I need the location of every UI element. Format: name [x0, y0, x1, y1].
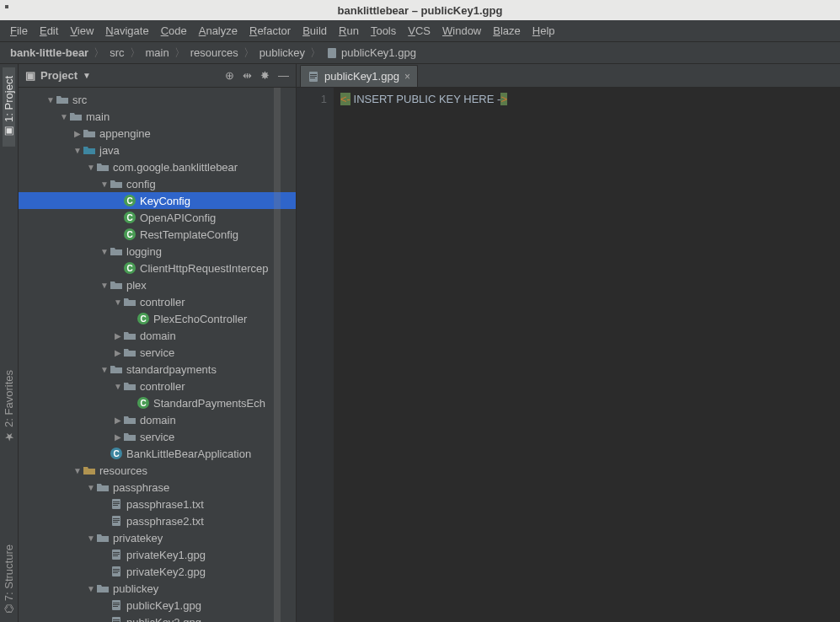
- tool-window-project-tab[interactable]: ▣ 1: Project: [3, 67, 15, 147]
- expand-arrow-icon[interactable]: ▼: [99, 247, 110, 256]
- folder-icon: [96, 160, 110, 174]
- menu-blaze[interactable]: Blaze: [488, 23, 526, 39]
- tree-item-privatekey[interactable]: ▼privatekey: [19, 529, 296, 546]
- tree-item-standardpaymentsech[interactable]: CStandardPaymentsEch: [19, 394, 296, 411]
- collapse-all-icon[interactable]: ⇹: [243, 69, 252, 82]
- dropdown-icon[interactable]: ▼: [83, 71, 91, 80]
- code-content[interactable]: <- INSERT PUBLIC KEY HERE ->: [334, 88, 840, 622]
- folder-icon: [123, 295, 136, 308]
- tree-item-resttemplateconfig[interactable]: CRestTemplateConfig: [19, 226, 296, 243]
- tool-window-favorites-tab[interactable]: ★ 2: Favorites: [3, 362, 15, 452]
- tree-item-passphrase[interactable]: ▼passphrase: [19, 479, 296, 496]
- menu-file[interactable]: File: [5, 23, 33, 39]
- breadcrumb-separator: 〉: [308, 46, 323, 61]
- tree-item-domain[interactable]: ▶domain: [19, 327, 296, 344]
- menu-edit[interactable]: Edit: [35, 23, 63, 39]
- line-number: 1: [297, 93, 327, 105]
- menu-navigate[interactable]: Navigate: [100, 23, 153, 39]
- sidebar-scrollbar[interactable]: [274, 88, 281, 622]
- expand-arrow-icon[interactable]: ▼: [72, 146, 83, 155]
- menu-help[interactable]: Help: [527, 23, 560, 39]
- expand-arrow-icon[interactable]: ▼: [86, 483, 96, 492]
- menu-code[interactable]: Code: [156, 23, 192, 39]
- tree-item-src[interactable]: ▼src: [19, 91, 296, 108]
- breadcrumb-publickey[interactable]: publickey: [256, 46, 308, 59]
- star-icon: ★: [3, 431, 15, 443]
- tool-window-structure-tab[interactable]: ⌬ 7: Structure: [3, 536, 15, 622]
- tree-item-banklittlebearapplication[interactable]: CBankLittleBearApplication: [19, 445, 296, 462]
- tree-item-resources[interactable]: ▼resources: [19, 462, 296, 479]
- close-icon[interactable]: ×: [404, 71, 410, 83]
- tree-item-main[interactable]: ▼main: [19, 108, 296, 125]
- tree-item-service[interactable]: ▶service: [19, 344, 296, 361]
- breadcrumbs: bank-little-bear〉src〉main〉resources〉publ…: [0, 42, 840, 64]
- expand-arrow-icon[interactable]: ▼: [99, 180, 110, 189]
- menu-window[interactable]: Window: [437, 23, 486, 39]
- settings-gear-icon[interactable]: ✸: [260, 69, 270, 82]
- expand-arrow-icon[interactable]: ▼: [113, 382, 123, 391]
- tree-item-label: publicKey1.gpg: [126, 599, 201, 612]
- tree-item-plex[interactable]: ▼plex: [19, 276, 296, 293]
- tree-item-com-google-banklittlebear[interactable]: ▼com.google.banklittlebear: [19, 158, 296, 175]
- svg-rect-2: [113, 501, 120, 502]
- breadcrumb-src[interactable]: src: [106, 46, 127, 59]
- menu-build[interactable]: Build: [297, 23, 332, 39]
- tree-item-logging[interactable]: ▼logging: [19, 243, 296, 260]
- project-tree[interactable]: ▼src▼main▶appengine▼java▼com.google.bank…: [19, 88, 296, 622]
- menu-analyze[interactable]: Analyze: [194, 23, 243, 39]
- expand-arrow-icon[interactable]: ▼: [99, 365, 110, 374]
- expand-arrow-icon[interactable]: ▼: [59, 112, 69, 121]
- tree-item-publickey[interactable]: ▼publickey: [19, 580, 296, 597]
- tree-item-keyconfig[interactable]: CKeyConfig: [19, 192, 296, 209]
- editor-body[interactable]: 1 <- INSERT PUBLIC KEY HERE ->: [297, 88, 840, 622]
- expand-arrow-icon[interactable]: ▶: [113, 432, 123, 442]
- tree-item-openapiconfig[interactable]: COpenAPIConfig: [19, 209, 296, 226]
- expand-arrow-icon[interactable]: ▼: [86, 584, 96, 593]
- editor-tab[interactable]: publicKey1.gpg ×: [300, 65, 418, 87]
- tree-item-plexechocontroller[interactable]: CPlexEchoController: [19, 310, 296, 327]
- expand-arrow-icon[interactable]: ▼: [45, 95, 56, 105]
- expand-arrow-icon[interactable]: ▼: [99, 281, 110, 290]
- expand-arrow-icon[interactable]: ▼: [113, 298, 123, 307]
- tree-item-controller[interactable]: ▼controller: [19, 378, 296, 394]
- menu-run[interactable]: Run: [334, 23, 364, 39]
- hide-icon[interactable]: —: [278, 69, 289, 82]
- tree-item-controller[interactable]: ▼controller: [19, 293, 296, 310]
- menu-refactor[interactable]: Refactor: [244, 23, 296, 39]
- tree-item-passphrase1-txt[interactable]: passphrase1.txt: [19, 496, 296, 512]
- tree-item-domain[interactable]: ▶domain: [19, 411, 296, 428]
- menu-tools[interactable]: Tools: [366, 23, 401, 39]
- tree-item-label: StandardPaymentsEch: [153, 397, 265, 410]
- tree-item-publickey1-gpg[interactable]: publicKey1.gpg: [19, 597, 296, 614]
- scroll-to-source-icon[interactable]: ⊕: [225, 69, 234, 82]
- menu-view[interactable]: View: [65, 23, 99, 39]
- expand-arrow-icon[interactable]: ▶: [72, 129, 83, 138]
- breadcrumb-bank-little-bear[interactable]: bank-little-bear: [7, 46, 92, 59]
- svg-rect-15: [113, 571, 120, 571]
- project-icon: ▣: [25, 69, 35, 82]
- expand-arrow-icon[interactable]: ▼: [86, 534, 96, 543]
- breadcrumb-publickey1-gpg[interactable]: publicKey1.gpg: [323, 46, 420, 59]
- tree-item-clienthttprequestintercep[interactable]: CClientHttpRequestIntercep: [19, 260, 296, 276]
- tree-item-config[interactable]: ▼config: [19, 175, 296, 192]
- tree-item-publickey2-gpg[interactable]: publicKey2.gpg: [19, 614, 296, 622]
- tree-item-appengine[interactable]: ▶appengine: [19, 125, 296, 142]
- expand-arrow-icon[interactable]: ▼: [86, 163, 96, 172]
- tree-item-standardpayments[interactable]: ▼standardpayments: [19, 361, 296, 378]
- tree-item-privatekey1-gpg[interactable]: privateKey1.gpg: [19, 546, 296, 563]
- tree-item-java[interactable]: ▼java: [19, 142, 296, 158]
- breadcrumb-resources[interactable]: resources: [187, 46, 242, 59]
- expand-arrow-icon[interactable]: ▼: [72, 466, 83, 475]
- sidebar-title[interactable]: Project: [40, 69, 78, 82]
- expand-arrow-icon[interactable]: ▶: [113, 348, 123, 357]
- tree-item-service[interactable]: ▶service: [19, 428, 296, 445]
- breadcrumb-main[interactable]: main: [142, 46, 173, 59]
- tree-item-label: passphrase: [113, 481, 169, 494]
- tree-item-passphrase2-txt[interactable]: passphrase2.txt: [19, 512, 296, 529]
- expand-arrow-icon[interactable]: ▶: [113, 416, 123, 425]
- tree-item-label: PlexEchoController: [153, 313, 247, 325]
- tree-item-privatekey2-gpg[interactable]: privateKey2.gpg: [19, 563, 296, 580]
- menu-vcs[interactable]: VCS: [403, 23, 436, 39]
- expand-arrow-icon[interactable]: ▶: [113, 331, 123, 340]
- code-token-close: >: [500, 93, 507, 105]
